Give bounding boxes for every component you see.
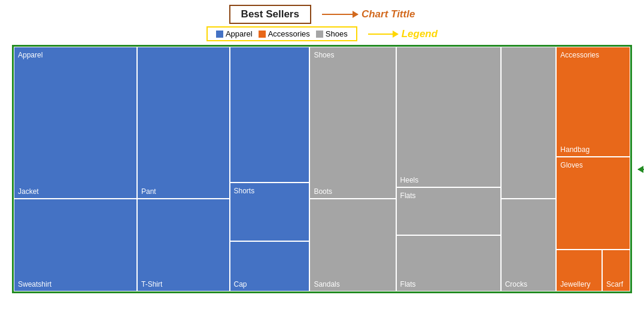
accessories-cell: Accessories Handbag: [556, 47, 630, 157]
col-heels: Heels Flats Flats: [396, 47, 501, 291]
col-crocks: Crocks: [501, 47, 557, 291]
legend-accessories: Accessories: [259, 29, 310, 38]
flats2-label: Flats: [400, 280, 416, 288]
legend-box: Apparel Accessories Shoes: [206, 26, 357, 41]
scarf-cell: Scarf: [602, 250, 630, 291]
shoes-top-label: Shoes: [314, 51, 334, 59]
treemap: Apparel Jacket Sweatshirt Pant T-Shirt: [14, 47, 630, 291]
accessories-color: [259, 31, 266, 38]
boots-label: Boots: [314, 187, 332, 196]
sandals-cell: Sandals: [309, 199, 396, 291]
pant-cell: Pant: [137, 47, 230, 199]
shoes-label: Shoes: [326, 29, 348, 38]
page-wrapper: Best Sellers Chart Tittle Apparel Access…: [0, 0, 644, 316]
legend-arrow-line: [368, 34, 398, 35]
handbag-label: Handbag: [560, 145, 590, 154]
cap-label: Cap: [234, 280, 247, 288]
bottom-accessories-row: Jewellery Scarf: [556, 250, 630, 291]
accessories-label: Accessories: [268, 29, 310, 38]
legend-shoes: Shoes: [316, 29, 348, 38]
jewellery-label: Jewellery: [560, 280, 590, 288]
gloves-label: Gloves: [560, 161, 582, 169]
flats1-cell: Flats: [396, 187, 501, 235]
col-pant: Pant T-Shirt: [137, 47, 230, 291]
chart-title-box: Best Sellers: [229, 5, 311, 24]
chart-plot-area: Apparel Jacket Sweatshirt Pant T-Shirt: [12, 45, 632, 293]
tshirt-label: T-Shirt: [141, 280, 162, 288]
gloves-cell: Gloves: [556, 157, 630, 250]
jacket-label: Jacket: [18, 187, 39, 196]
jacket-cell: Apparel Jacket: [14, 47, 137, 199]
sandals-label: Sandals: [314, 280, 339, 288]
legend-apparel: Apparel: [216, 29, 253, 38]
apparel-color: [216, 31, 223, 38]
sweatshirt-label: Sweatshirt: [18, 280, 51, 288]
crocks-label: Crocks: [505, 280, 527, 288]
cap-cell: Cap: [230, 241, 310, 291]
title-area: Best Sellers Chart Tittle: [0, 5, 644, 24]
tshirt-cell: T-Shirt: [137, 199, 230, 291]
pant-label: Pant: [141, 187, 156, 196]
crocks-top: [501, 47, 557, 199]
col-jacket: Apparel Jacket Sweatshirt: [14, 47, 137, 291]
sweatshirt-cell: Sweatshirt: [14, 199, 137, 291]
legend-arrow-area: Legend: [368, 28, 438, 40]
heels-label: Heels: [400, 176, 419, 184]
col-shoes: Shoes Boots Sandals: [309, 47, 396, 291]
chart-title: Best Sellers: [241, 8, 299, 20]
chart-tittle-label: Chart Tittle: [362, 8, 415, 20]
crocks-cell: Crocks: [501, 199, 557, 291]
accessories-top-label: Accessories: [560, 51, 599, 59]
plot-area-arrow: Plot Area: [638, 163, 644, 175]
col-shorts: Shorts Cap: [230, 47, 310, 291]
legend-area: Apparel Accessories Shoes Legend: [0, 26, 644, 41]
shorts-top-cell: [230, 47, 310, 183]
heels-cell: Heels: [396, 47, 501, 187]
shoes-cell: Shoes Boots: [309, 47, 396, 199]
jewellery-cell: Jewellery: [556, 250, 602, 291]
shorts-cell: Shorts: [230, 183, 310, 241]
scarf-label: Scarf: [606, 280, 623, 288]
shoes-color: [316, 31, 323, 38]
flats1-label: Flats: [400, 192, 416, 200]
legend-annotation-label: Legend: [402, 28, 438, 40]
col-accessories: Accessories Handbag Gloves Jewellery Sca…: [556, 47, 630, 291]
apparel-label: Apparel: [226, 29, 253, 38]
shorts-label: Shorts: [234, 187, 255, 195]
chart-title-arrow-line: [322, 14, 358, 15]
chart-title-arrow: Chart Tittle: [322, 8, 415, 20]
plot-arrow-line: [638, 169, 644, 170]
flats2-cell: Flats: [396, 235, 501, 291]
apparel-label-top: Apparel: [18, 51, 42, 59]
